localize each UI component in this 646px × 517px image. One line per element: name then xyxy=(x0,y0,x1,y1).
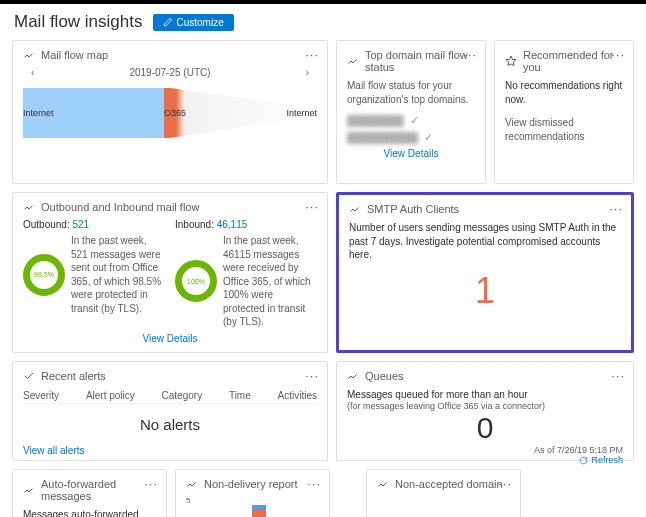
view-all-alerts-link[interactable]: View all alerts xyxy=(23,445,317,456)
chart-icon xyxy=(23,484,35,496)
sankey-chart: Internet O365 Internet xyxy=(23,82,317,144)
card-desc: Mail flow status for your organization's… xyxy=(347,79,475,106)
col-severity: Severity xyxy=(23,390,59,401)
star-icon xyxy=(505,55,517,67)
card-title: Queues xyxy=(365,370,623,382)
smtp-auth-card: SMTP Auth Clients ··· Number of users se… xyxy=(336,192,634,353)
date-label: 2019-07-25 (UTC) xyxy=(129,67,210,78)
non-delivery-card: Non-delivery report ··· 5 2.5 0 07/20 07… xyxy=(175,469,330,518)
top-domain-card: Top domain mail flow status ··· Mail flo… xyxy=(336,40,486,184)
auto-forwarded-card: Auto-forwarded messages ··· Messages aut… xyxy=(12,469,167,518)
autofwd-desc: Messages auto-forwarded outside your org… xyxy=(23,508,156,518)
more-button[interactable]: ··· xyxy=(498,476,512,491)
more-button[interactable]: ··· xyxy=(463,47,477,62)
outbound-donut: 98.5% xyxy=(23,254,65,296)
chart-icon xyxy=(186,478,198,490)
queues-asof: As of 7/26/19 5:18 PM xyxy=(347,445,623,455)
col-activities: Activities xyxy=(278,390,317,401)
check-icon: ✓ xyxy=(410,114,419,127)
outbound-value[interactable]: 521 xyxy=(73,219,90,230)
chart-icon xyxy=(349,203,361,215)
domain-row: ██████████ xyxy=(347,132,418,143)
view-dismissed-link[interactable]: View dismissed recommendations xyxy=(505,116,623,143)
more-button[interactable]: ··· xyxy=(611,47,625,62)
page-title: Mail flow insights xyxy=(14,12,143,32)
chart-icon xyxy=(23,49,35,61)
inbound-desc: In the past week, 46115 messages were re… xyxy=(223,234,317,329)
chart-icon xyxy=(347,55,359,67)
smtp-value: 1 xyxy=(349,270,621,312)
queues-desc: Messages queued for more than an hour xyxy=(347,388,623,402)
refresh-icon xyxy=(579,456,588,465)
domain-row: ████████ xyxy=(347,115,404,126)
card-title: Auto-forwarded messages xyxy=(41,478,156,502)
col-category: Category xyxy=(162,390,203,401)
card-title: Outbound and Inbound mail flow xyxy=(41,201,317,213)
col-time: Time xyxy=(229,390,251,401)
more-button[interactable]: ··· xyxy=(307,476,321,491)
recommended-card: Recommended for you ··· No recommendatio… xyxy=(494,40,634,184)
no-recommendations: No recommendations right now. xyxy=(505,79,623,106)
nad-chart xyxy=(377,496,510,518)
chart-icon xyxy=(377,478,389,490)
queues-card: Queues ··· Messages queued for more than… xyxy=(336,361,634,461)
non-accepted-card: Non-accepted domain ··· 07/20 07/22 07/2… xyxy=(366,469,521,518)
check-icon: ✓ xyxy=(424,131,433,144)
card-title: Top domain mail flow status xyxy=(365,49,475,73)
inbound-value[interactable]: 46,115 xyxy=(217,219,248,230)
inbound-donut: 100% xyxy=(175,260,217,302)
refresh-button[interactable]: Refresh xyxy=(347,455,623,465)
card-title: Mail flow map xyxy=(41,49,317,61)
prev-date-button[interactable]: ‹ xyxy=(31,67,34,78)
mail-flow-map-card: Mail flow map ··· ‹ 2019-07-25 (UTC) › I… xyxy=(12,40,328,184)
next-date-button[interactable]: › xyxy=(306,67,309,78)
card-title: Non-delivery report xyxy=(204,478,319,490)
recent-alerts-card: Recent alerts ··· Severity Alert policy … xyxy=(12,361,328,461)
card-title: Recent alerts xyxy=(41,370,317,382)
queues-value: 0 xyxy=(347,411,623,445)
card-title: Non-accepted domain xyxy=(395,478,510,490)
outbound-desc: In the past week, 521 messages were sent… xyxy=(71,234,165,315)
more-button[interactable]: ··· xyxy=(305,47,319,62)
more-button[interactable]: ··· xyxy=(611,368,625,383)
edit-icon xyxy=(163,17,173,27)
smtp-desc: Number of users sending messages using S… xyxy=(349,221,621,262)
customize-button[interactable]: Customize xyxy=(153,14,234,31)
view-details-link[interactable]: View Details xyxy=(23,333,317,344)
col-policy: Alert policy xyxy=(86,390,135,401)
ndr-chart: 5 2.5 0 xyxy=(186,496,319,518)
more-button[interactable]: ··· xyxy=(144,476,158,491)
more-button[interactable]: ··· xyxy=(609,201,623,216)
card-title: SMTP Auth Clients xyxy=(367,203,621,215)
more-button[interactable]: ··· xyxy=(305,368,319,383)
card-title: Recommended for you xyxy=(523,49,623,73)
queues-sub: (for messages leaving Office 365 via a c… xyxy=(347,401,623,411)
check-icon xyxy=(23,370,35,382)
view-details-link[interactable]: View Details xyxy=(347,148,475,159)
chart-icon xyxy=(347,370,359,382)
more-button[interactable]: ··· xyxy=(305,199,319,214)
no-alerts: No alerts xyxy=(23,416,317,433)
svg-marker-0 xyxy=(506,56,516,66)
outbound-inbound-card: Outbound and Inbound mail flow ··· Outbo… xyxy=(12,192,328,353)
chart-icon xyxy=(23,201,35,213)
